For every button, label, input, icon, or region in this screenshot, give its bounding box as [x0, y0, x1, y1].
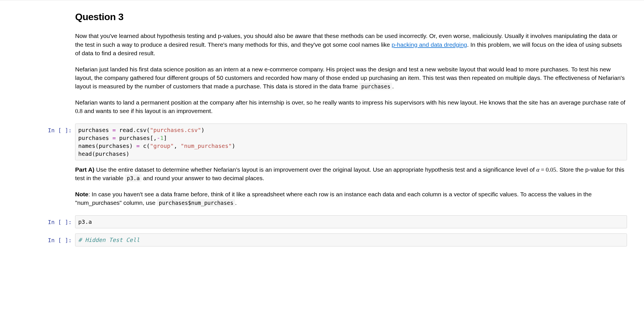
paragraph-part-a: Part A) Use the entire dataset to determ… [75, 165, 627, 183]
inline-code-purchases: purchases [359, 83, 392, 90]
code-cell-hidden-test: In [ ]: # Hidden Test Cell [0, 233, 644, 246]
text: Use the entire dataset to determine whet… [94, 166, 536, 173]
text: and wants to see if his layout is an imp… [82, 108, 213, 114]
question-heading: Question 3 [75, 10, 627, 24]
math-rate: 0.8 [75, 108, 82, 114]
text: : In case you haven't see a data frame b… [75, 191, 592, 206]
markdown-cell-question3: Question 3 Now that you've learned about… [0, 9, 644, 118]
part-label: Part A) [75, 166, 94, 173]
text: Nefarian wants to land a permanent posit… [75, 99, 625, 106]
code-content: # Hidden Test Cell [75, 233, 644, 246]
markdown-cell-parta: Part A) Use the entire dataset to determ… [0, 165, 644, 210]
paragraph-goal: Nefarian wants to land a permanent posit… [75, 98, 627, 116]
math-alpha: α [536, 166, 539, 173]
text: and round your answer to two decimal pla… [141, 175, 264, 181]
note-label: Note [75, 191, 88, 197]
paragraph-nefarian-setup: Nefarian just landed his first data scie… [75, 65, 627, 91]
text: . [235, 199, 237, 206]
link-p-hacking[interactable]: p-hacking and data dredging [392, 41, 467, 48]
markdown-content: Question 3 Now that you've learned about… [75, 9, 644, 118]
code-content: p3.a [75, 215, 644, 228]
paragraph-intro: Now that you've learned about hypothesis… [75, 32, 627, 58]
inline-code-num-purchases: purchases$num_purchases [157, 199, 235, 207]
markdown-content: Part A) Use the entire dataset to determ… [75, 165, 644, 210]
code-cell-load-data: In [ ]: purchases = read.csv("purchases.… [0, 124, 644, 160]
input-prompt: In [ ]: [0, 233, 75, 244]
code-input-area[interactable]: # Hidden Test Cell [75, 233, 627, 246]
code-input-area[interactable]: purchases = read.csv("purchases.csv") pu… [75, 124, 627, 160]
input-prompt: In [ ]: [0, 215, 75, 226]
notebook: Question 3 Now that you've learned about… [0, 0, 644, 258]
code-content: purchases = read.csv("purchases.csv") pu… [75, 124, 644, 160]
code-input-area[interactable]: p3.a [75, 215, 627, 228]
input-prompt: In [ ]: [0, 124, 75, 135]
code-text: # Hidden Test Cell [78, 236, 624, 244]
code-cell-p3a: In [ ]: p3.a [0, 215, 644, 228]
code-text: purchases = read.csv("purchases.csv") pu… [78, 126, 624, 158]
paragraph-note: Note: In case you haven't see a data fra… [75, 190, 627, 207]
math-alpha-value: 0.05 [546, 166, 556, 173]
inline-code-p3a: p3.a [125, 174, 141, 182]
text: . [392, 83, 394, 90]
math-eq: = [539, 166, 546, 173]
code-text: p3.a [78, 218, 624, 226]
text: Nefarian just landed his first data scie… [75, 66, 625, 90]
